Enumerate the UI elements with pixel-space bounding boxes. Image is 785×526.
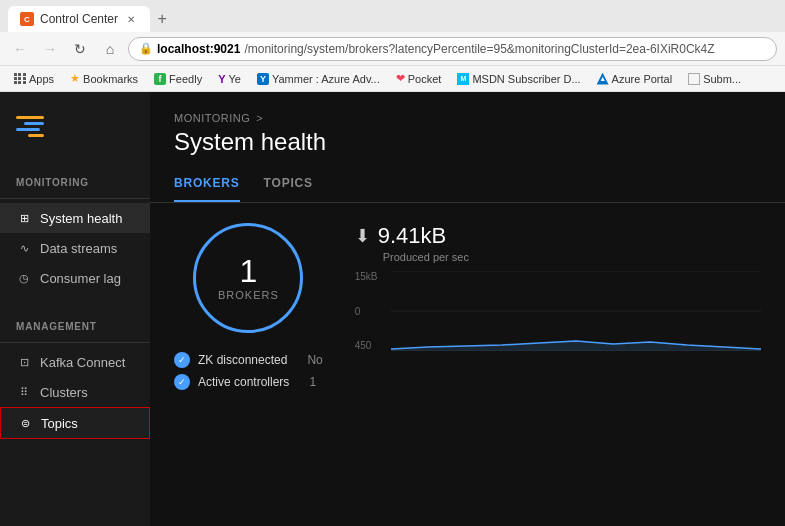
- forward-button[interactable]: →: [38, 37, 62, 61]
- sidebar-item-consumer-lag[interactable]: ◷ Consumer lag: [0, 263, 150, 293]
- bookmark-msdn[interactable]: M MSDN Subscriber D...: [451, 71, 586, 87]
- app-container: MONITORING ⊞ System health ∿ Data stream…: [0, 92, 785, 526]
- status-row-controllers: ✓ Active controllers 1: [174, 371, 323, 393]
- divider-management: [0, 342, 150, 343]
- sidebar-item-topics[interactable]: ⊜ Topics: [0, 407, 150, 439]
- layers-icon: ⊜: [17, 415, 33, 431]
- star-icon: ★: [70, 72, 80, 85]
- tab-title: Control Center: [40, 12, 118, 26]
- divider-monitoring: [0, 198, 150, 199]
- controllers-value: 1: [309, 375, 316, 389]
- msdn-icon: M: [457, 73, 469, 85]
- address-highlight: localhost:9021: [157, 42, 240, 56]
- breadcrumb: MONITORING >: [150, 92, 785, 128]
- stats-panel: ⬇ 9.41kB Produced per sec 15kB 0 450: [355, 223, 761, 393]
- chart-svg: [391, 271, 761, 351]
- bookmark-ye[interactable]: Y Ye: [212, 71, 247, 87]
- status-items: ✓ ZK disconnected No ✓ Active controller…: [174, 349, 323, 393]
- yammer-icon: Y: [257, 73, 269, 85]
- lock-icon: 🔒: [139, 42, 153, 55]
- sidebar-logo: [0, 108, 150, 165]
- breadcrumb-parent: MONITORING: [174, 112, 250, 124]
- management-section-label: MANAGEMENT: [0, 309, 150, 338]
- bookmark-bookmarks[interactable]: ★ Bookmarks: [64, 70, 144, 87]
- address-path: /monitoring/system/brokers?latencyPercen…: [244, 42, 714, 56]
- apps-icon: [14, 73, 26, 85]
- plug-icon: ⊡: [16, 354, 32, 370]
- chart-label-mid: 0: [355, 306, 387, 317]
- feedly-icon: f: [154, 73, 166, 85]
- home-button[interactable]: ⌂: [98, 37, 122, 61]
- chart-labels: 15kB 0 450: [355, 271, 387, 351]
- tab-topics[interactable]: TOPICS: [264, 176, 313, 202]
- controllers-label: Active controllers: [198, 375, 289, 389]
- broker-label: BROKERS: [218, 289, 279, 301]
- bookmark-azure[interactable]: ▲ Azure Portal: [591, 71, 679, 87]
- produced-per-sec: ⬇ 9.41kB Produced per sec: [355, 223, 761, 263]
- wave-icon: ∿: [16, 240, 32, 256]
- pocket-icon: ❤: [396, 72, 405, 85]
- back-button[interactable]: ←: [8, 37, 32, 61]
- grid-icon: ⊞: [16, 210, 32, 226]
- bookmark-yammer[interactable]: Y Yammer : Azure Adv...: [251, 71, 386, 87]
- tab-close-button[interactable]: ✕: [124, 12, 138, 26]
- status-row-zk: ✓ ZK disconnected No: [174, 349, 323, 371]
- produced-value: 9.41kB: [378, 223, 447, 249]
- logo-line-3: [16, 128, 40, 131]
- logo-line-1: [16, 116, 44, 119]
- tab-favicon: C: [20, 12, 34, 26]
- sidebar-item-data-streams[interactable]: ∿ Data streams: [0, 233, 150, 263]
- tabs-bar: BROKERS TOPICS: [150, 176, 785, 203]
- content-area: 1 BROKERS ✓ ZK disconnected No ✓ Active …: [150, 203, 785, 413]
- logo-graphic: [16, 108, 134, 145]
- clusters-icon: ⠿: [16, 384, 32, 400]
- produced-header: ⬇ 9.41kB: [355, 223, 761, 249]
- monitoring-section-label: MONITORING: [0, 165, 150, 194]
- breadcrumb-sep: >: [256, 112, 263, 124]
- ye-icon: Y: [218, 73, 225, 85]
- produced-sub-label: Produced per sec: [383, 251, 761, 263]
- address-bar[interactable]: 🔒 localhost:9021/monitoring/system/broke…: [128, 37, 777, 61]
- broker-circle-wrap: 1 BROKERS ✓ ZK disconnected No ✓ Active …: [174, 223, 323, 393]
- zk-value: No: [307, 353, 322, 367]
- chart-label-top: 15kB: [355, 271, 387, 282]
- download-icon: ⬇: [355, 225, 370, 247]
- new-tab-button[interactable]: +: [150, 7, 174, 31]
- broker-count: 1: [239, 255, 257, 287]
- bookmark-apps[interactable]: Apps: [8, 71, 60, 87]
- sidebar-item-clusters[interactable]: ⠿ Clusters: [0, 377, 150, 407]
- zk-label: ZK disconnected: [198, 353, 287, 367]
- bookmark-subm[interactable]: Subm...: [682, 71, 747, 87]
- nav-bar: ← → ↻ ⌂ 🔒 localhost:9021/monitoring/syst…: [0, 32, 785, 66]
- sidebar-item-kafka-connect[interactable]: ⊡ Kafka Connect: [0, 347, 150, 377]
- sidebar-item-system-health[interactable]: ⊞ System health: [0, 203, 150, 233]
- clock-icon: ◷: [16, 270, 32, 286]
- refresh-button[interactable]: ↻: [68, 37, 92, 61]
- check-icon-controllers: ✓: [174, 374, 190, 390]
- azure-icon: ▲: [597, 73, 609, 85]
- main-content: MONITORING > System health BROKERS TOPIC…: [150, 92, 785, 526]
- bookmark-pocket[interactable]: ❤ Pocket: [390, 70, 448, 87]
- sidebar: MONITORING ⊞ System health ∿ Data stream…: [0, 92, 150, 526]
- logo-line-4: [28, 134, 44, 137]
- bookmarks-bar: Apps ★ Bookmarks f Feedly Y Ye Y Yammer …: [0, 66, 785, 92]
- tab-bar: C Control Center ✕ +: [0, 0, 785, 32]
- page-title: System health: [150, 128, 785, 176]
- tab-brokers[interactable]: BROKERS: [174, 176, 240, 202]
- broker-circle: 1 BROKERS: [193, 223, 303, 333]
- browser-tab[interactable]: C Control Center ✕: [8, 6, 150, 32]
- check-icon-zk: ✓: [174, 352, 190, 368]
- generic-icon: [688, 73, 700, 85]
- browser-chrome: C Control Center ✕ + ← → ↻ ⌂ 🔒 localhost…: [0, 0, 785, 92]
- logo-line-2: [24, 122, 44, 125]
- bookmark-feedly[interactable]: f Feedly: [148, 71, 208, 87]
- chart-label-bot: 450: [355, 340, 387, 351]
- chart-area: 15kB 0 450: [355, 271, 761, 351]
